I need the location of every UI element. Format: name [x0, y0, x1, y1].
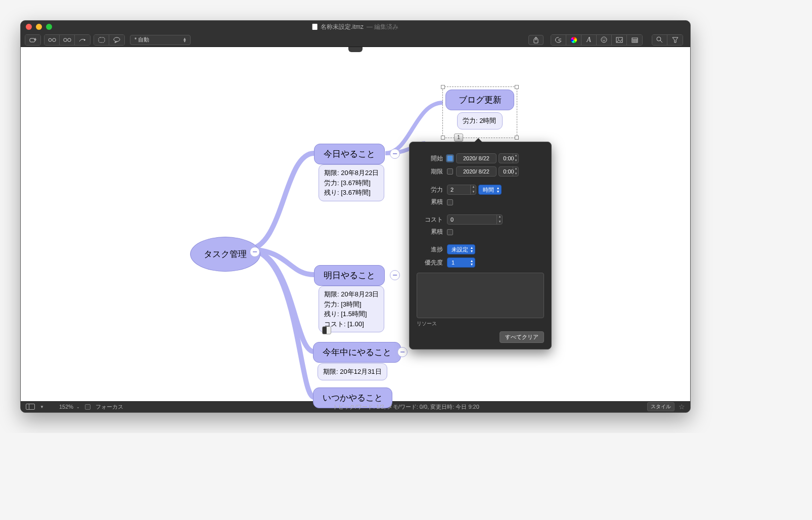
tomorrow-node[interactable]: 明日やること — [314, 265, 385, 286]
minimize-button[interactable] — [36, 24, 42, 30]
svg-point-16 — [618, 38, 619, 39]
font-icon[interactable]: A — [581, 35, 597, 45]
today-node[interactable]: 今日やること — [314, 144, 385, 164]
stepper-icon[interactable]: ▲▼ — [513, 166, 519, 177]
zoom-button[interactable] — [46, 24, 52, 30]
close-button[interactable] — [26, 24, 32, 30]
fold-year[interactable]: − — [397, 347, 408, 357]
tomorrow-deadline: 期限: 20年8月23日 — [324, 289, 379, 299]
svg-point-12 — [601, 37, 607, 42]
blog-effort: 労力: 2時間 — [463, 117, 496, 124]
layout-dropdown[interactable]: * 自動 ▴▾ — [130, 35, 191, 45]
year-node[interactable]: 今年中にやること — [313, 342, 401, 363]
toolbar: * 自動 ▴▾ A — [21, 33, 690, 47]
clear-all-button[interactable]: すべてクリア — [500, 331, 544, 343]
chevron-updown-icon: ▴▾ — [184, 37, 186, 42]
focus-label: フォーカス — [96, 403, 123, 411]
effort-cumulative-checkbox[interactable] — [447, 199, 453, 205]
mindmap-canvas[interactable]: タスク管理 − 今日やること 期限: 20年8月22日 労力: [3.67時間]… — [21, 47, 690, 401]
emoji-icon[interactable] — [597, 35, 612, 45]
zoom-value[interactable]: 152% — [59, 404, 73, 410]
svg-rect-8 — [99, 37, 105, 42]
root-label: タスク管理 — [204, 249, 247, 259]
child-topic-icon[interactable] — [44, 35, 60, 45]
svg-point-9 — [114, 37, 120, 41]
stepper-icon[interactable]: ▲▼ — [513, 153, 519, 163]
fold-root[interactable]: − — [250, 247, 260, 257]
blog-meta[interactable]: 労力: 2時間 — [457, 112, 503, 129]
today-meta[interactable]: 期限: 20年8月22日 労力: [3.67時間] 残り: [3.67時間] — [319, 164, 384, 201]
deadline-date-field[interactable]: 2020/ 8/22 — [456, 166, 497, 177]
sidebar-toggle-icon[interactable] — [26, 404, 35, 410]
focus-checkbox[interactable] — [85, 404, 91, 410]
tomorrow-remaining: 残り: [1.5時間] — [324, 309, 379, 319]
new-topic-icon[interactable] — [25, 35, 40, 45]
chevron-down-icon[interactable]: ⌄ — [76, 405, 80, 409]
image-icon[interactable] — [612, 35, 627, 45]
stepper-icon[interactable]: ▲▼ — [497, 214, 503, 225]
blog-title: ブログ更新 — [459, 95, 502, 105]
cumulative-label-1: 累積 — [417, 198, 447, 206]
svg-rect-0 — [30, 38, 35, 42]
progress-select[interactable]: 未設定▴▾ — [447, 244, 475, 254]
filter-icon[interactable] — [667, 35, 683, 45]
style-button[interactable]: スタイル — [647, 402, 674, 411]
statusbar: ▼ 152% ⌄ フォーカス トピック/ワード: 1/2, メモ/ワード: 0/… — [21, 401, 690, 412]
resource-label: リソース — [417, 320, 544, 327]
stepper-icon[interactable]: ▲▼ — [470, 185, 476, 195]
someday-title: いつかやること — [323, 393, 383, 403]
palette-icon[interactable] — [551, 35, 566, 45]
year-deadline: 期限: 20年12月31日 — [323, 368, 382, 375]
sibling-topic-icon[interactable] — [60, 35, 75, 45]
share-icon[interactable] — [528, 35, 544, 45]
star-icon[interactable]: ☆ — [679, 403, 685, 411]
tomorrow-cost: コスト: [1.00] — [324, 319, 379, 329]
effort-value-field[interactable]: 2▲▼ — [447, 185, 476, 195]
progress-badge — [322, 326, 331, 334]
start-label: 開始 — [417, 154, 447, 163]
svg-point-14 — [605, 38, 606, 39]
svg-marker-24 — [672, 37, 678, 42]
svg-point-3 — [49, 38, 52, 41]
start-date-field[interactable]: 2020/ 8/22 — [456, 153, 497, 163]
deadline-label: 期限 — [417, 167, 447, 176]
link-icon[interactable] — [75, 35, 90, 45]
start-checkbox[interactable] — [447, 155, 453, 161]
deadline-checkbox[interactable] — [447, 168, 453, 175]
cost-value-field[interactable]: 0▲▼ — [447, 214, 503, 225]
tomorrow-meta[interactable]: 期限: 20年8月23日 労力: [3時間] 残り: [1.5時間] コスト: … — [319, 286, 384, 332]
year-meta[interactable]: 期限: 20年12月31日 — [318, 363, 387, 380]
cost-label: コスト — [417, 215, 447, 224]
today-deadline: 期限: 20年8月22日 — [324, 168, 379, 178]
resource-textarea[interactable] — [417, 273, 544, 318]
today-title: 今日やること — [324, 149, 375, 159]
color-circle-icon[interactable] — [566, 35, 581, 45]
svg-marker-7 — [84, 39, 85, 41]
tomorrow-effort: 労力: [3時間] — [324, 299, 379, 310]
priority-badge: 1 — [454, 134, 463, 142]
svg-point-13 — [603, 38, 604, 39]
window-title: 名称未設定.itmz — 編集済み — [312, 23, 399, 31]
year-title: 今年中にやること — [323, 348, 391, 357]
blog-node[interactable]: ブログ更新 — [445, 90, 514, 110]
app-window: 名称未設定.itmz — 編集済み * 自動 ▴▾ A — [20, 20, 691, 413]
fold-today[interactable]: − — [390, 149, 400, 159]
today-effort: 労力: [3.67時間] — [324, 178, 379, 188]
boundary-icon[interactable] — [94, 35, 109, 45]
priority-select[interactable]: 1▴▾ — [447, 257, 475, 268]
priority-label: 優先度 — [417, 258, 447, 267]
document-icon — [312, 24, 318, 30]
titlebar: 名称未設定.itmz — 編集済み — [21, 21, 690, 33]
fold-tomorrow[interactable]: − — [390, 270, 400, 280]
callout-icon[interactable] — [109, 35, 124, 45]
deadline-time-field[interactable]: 0:00▲▼ — [499, 166, 519, 177]
search-icon[interactable] — [652, 35, 667, 45]
start-time-field[interactable]: 0:00▲▼ — [499, 153, 519, 163]
svg-rect-5 — [64, 38, 67, 41]
chevron-down-icon[interactable]: ▼ — [40, 405, 44, 409]
calendar-icon[interactable] — [627, 35, 642, 45]
effort-unit-select[interactable]: 時間▴▾ — [478, 185, 502, 195]
svg-rect-4 — [53, 38, 56, 41]
today-remaining: 残り: [3.67時間] — [324, 188, 379, 198]
cost-cumulative-checkbox[interactable] — [447, 229, 453, 235]
